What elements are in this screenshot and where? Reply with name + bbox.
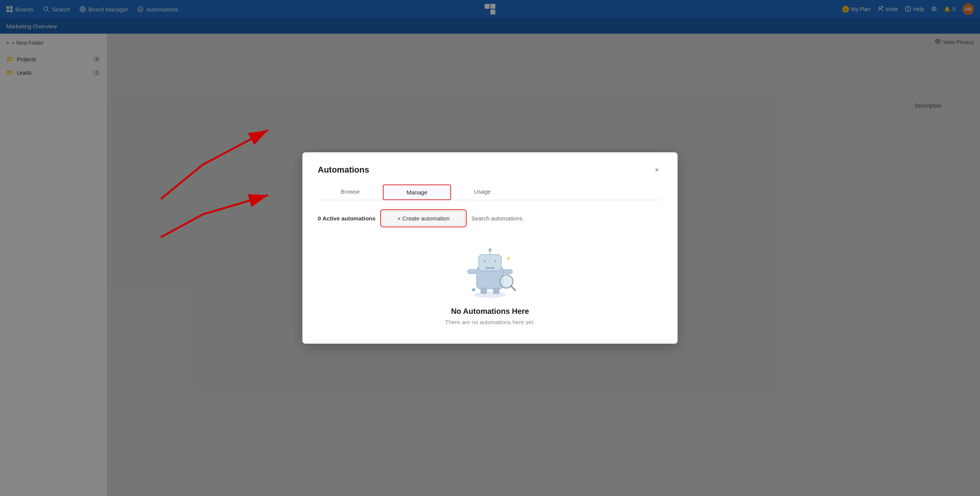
svg-rect-32	[480, 287, 487, 294]
close-icon: ×	[655, 166, 659, 174]
svg-text:✦: ✦	[510, 269, 513, 272]
tab-browse[interactable]: Browse	[318, 184, 383, 200]
tab-usage-label: Usage	[474, 188, 490, 195]
robot-illustration: ★ ✦	[459, 246, 521, 299]
search-automations-label: Search automations	[471, 215, 522, 222]
tab-manage[interactable]: Manage	[383, 184, 451, 200]
empty-state-title: No Automations Here	[451, 307, 529, 316]
create-automation-label: + Create automation	[397, 215, 449, 222]
svg-point-28	[494, 260, 497, 262]
svg-point-20	[474, 292, 506, 298]
modal-tabs: Browse Manage Usage	[318, 184, 662, 200]
svg-point-24	[488, 248, 492, 251]
empty-state: ★ ✦ No Automations Here There are no aut…	[318, 238, 662, 325]
svg-rect-29	[485, 267, 495, 269]
svg-rect-30	[468, 269, 477, 274]
tab-manage-label: Manage	[407, 189, 427, 196]
search-automations-button[interactable]: Search automations	[471, 215, 522, 222]
active-automations-count: 0 Active automations	[318, 215, 376, 222]
automations-modal: Automations × Browse Manage Usage 0 Acti…	[302, 152, 678, 344]
tab-usage[interactable]: Usage	[451, 184, 513, 200]
modal-close-button[interactable]: ×	[652, 165, 662, 175]
tab-browse-label: Browse	[341, 188, 360, 195]
modal-title: Automations	[318, 165, 369, 175]
modal-header: Automations ×	[318, 165, 662, 175]
create-automation-button[interactable]: + Create automation	[382, 211, 465, 226]
empty-state-subtitle: There are no automations here yet.	[445, 319, 535, 325]
svg-point-37	[472, 288, 475, 291]
active-label: Active automations	[323, 215, 376, 222]
svg-rect-33	[493, 287, 500, 294]
count-number: 0	[318, 215, 321, 222]
svg-line-35	[511, 286, 515, 290]
svg-point-27	[483, 260, 486, 262]
toolbar-row: 0 Active automations + Create automation…	[318, 211, 662, 226]
svg-text:★: ★	[506, 256, 511, 261]
